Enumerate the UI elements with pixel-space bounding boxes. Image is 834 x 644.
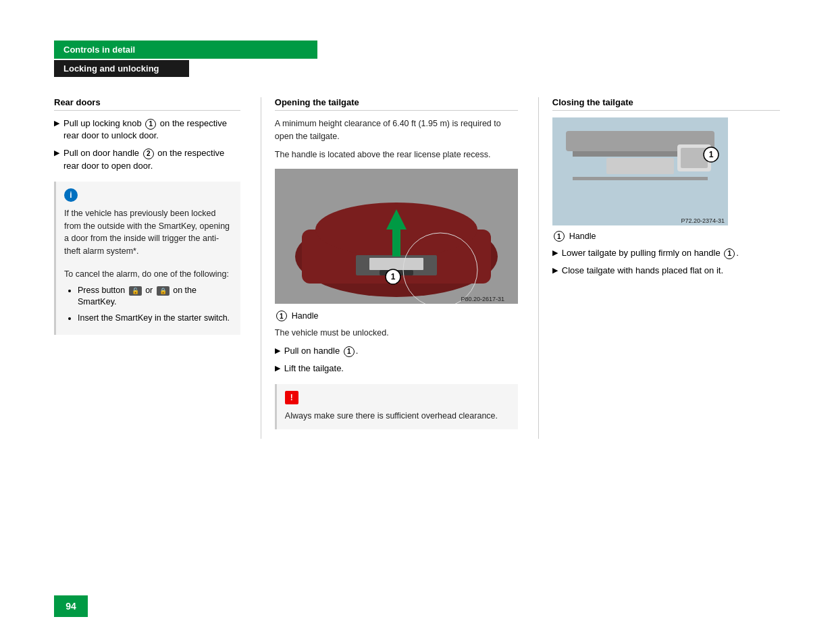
- circle-2: 2: [143, 149, 154, 159]
- tailgate-open-image: 1 P80.20-2617-31: [275, 169, 518, 304]
- arrow-icon: ▶: [275, 363, 280, 373]
- svg-rect-17: [573, 177, 708, 180]
- svg-rect-19: [681, 148, 708, 168]
- vehicle-unlocked-text: The vehicle must be unlocked.: [275, 327, 518, 340]
- page-number: 94: [54, 595, 88, 617]
- item-text: Pull on handle 1.: [284, 345, 359, 357]
- arrow-icon: ▶: [275, 346, 280, 356]
- cancel-item: Press button 🔓 or 🔒 on the SmartKey.: [78, 285, 232, 308]
- locking-bar: Locking and unlocking: [54, 60, 189, 77]
- rear-doors-list: ▶ Pull up locking knob 1 on the respecti…: [54, 117, 240, 172]
- opening-steps-list: ▶ Pull on handle 1. ▶ Lift the tailgate.: [275, 345, 518, 375]
- circle-1: 1: [554, 231, 565, 242]
- closing-tailgate-heading: Closing the tailgate: [552, 97, 780, 111]
- info-box: i If the vehicle has previously been loc…: [54, 182, 240, 335]
- header-section: Controls in detail Locking and unlocking: [54, 41, 780, 77]
- cancel-item: Insert the SmartKey in the starter switc…: [78, 313, 232, 325]
- col-right: Closing the tailgate 1 P7: [538, 97, 780, 439]
- item-text: Pull on door handle 2 on the respective …: [63, 147, 240, 171]
- handle-location-text: The handle is located above the rear lic…: [275, 149, 518, 161]
- arrow-icon: ▶: [552, 265, 558, 275]
- svg-text:P72.20-2374-31: P72.20-2374-31: [681, 217, 725, 224]
- clearance-text: A minimum height clearance of 6.40 ft (1…: [275, 117, 518, 143]
- page-container: Controls in detail Locking and unlocking…: [0, 0, 834, 479]
- list-item: ▶ Lift the tailgate.: [275, 363, 518, 375]
- list-item: ▶ Close tailgate with hands placed flat …: [552, 265, 780, 277]
- handle-label-middle: 1 Handle: [275, 311, 518, 321]
- list-item: ▶ Pull up locking knob 1 on the respecti…: [54, 117, 240, 142]
- list-item: ▶ Pull on door handle 2 on the respectiv…: [54, 147, 240, 171]
- svg-rect-16: [606, 158, 674, 174]
- arrow-icon: ▶: [54, 148, 59, 158]
- col-left: Rear doors ▶ Pull up locking knob 1 on t…: [54, 97, 261, 439]
- arrow-icon: ▶: [54, 118, 59, 128]
- list-item: ▶ Pull on handle 1.: [275, 345, 518, 357]
- circle-1: 1: [344, 346, 355, 357]
- item-text: Close tailgate with hands placed flat on…: [562, 265, 723, 277]
- svg-rect-5: [369, 258, 423, 270]
- rear-doors-heading: Rear doors: [54, 97, 240, 111]
- list-item: ▶ Lower tailgate by pulling firmly on ha…: [552, 247, 780, 259]
- opening-tailgate-heading: Opening the tailgate: [275, 97, 518, 111]
- svg-text:P80.20-2617-31: P80.20-2617-31: [461, 296, 504, 302]
- circle-1: 1: [276, 311, 287, 321]
- tailgate-close-image: 1 P72.20-2374-31: [552, 117, 728, 225]
- cancel-text: To cancel the alarm, do one of the follo…: [64, 268, 232, 281]
- item-text: Pull up locking knob 1 on the respective…: [63, 117, 240, 142]
- warning-text: Always make sure there is sufficient ove…: [285, 410, 510, 423]
- info-text: If the vehicle has previously been locke…: [64, 207, 232, 258]
- item-text: Lower tailgate by pulling firmly on hand…: [562, 247, 739, 259]
- svg-text:1: 1: [708, 150, 713, 159]
- svg-text:1: 1: [390, 272, 395, 281]
- warning-icon: !: [285, 391, 298, 404]
- info-icon: i: [64, 188, 78, 202]
- closing-steps-list: ▶ Lower tailgate by pulling firmly on ha…: [552, 247, 780, 277]
- controls-bar: Controls in detail: [54, 41, 317, 59]
- warning-box: ! Always make sure there is sufficient o…: [275, 384, 518, 429]
- circle-1: 1: [724, 248, 735, 259]
- content-columns: Rear doors ▶ Pull up locking knob 1 on t…: [54, 97, 780, 439]
- circle-1: 1: [145, 119, 156, 130]
- handle-text: Handle: [292, 311, 319, 321]
- arrow-icon: ▶: [552, 248, 558, 258]
- key-icon-2: 🔒: [157, 286, 170, 296]
- handle-label-right: 1 Handle: [552, 231, 780, 242]
- key-icon-1: 🔓: [129, 286, 142, 296]
- col-middle: Opening the tailgate A minimum height cl…: [261, 97, 538, 439]
- cancel-list: Press button 🔓 or 🔒 on the SmartKey. Ins…: [64, 285, 232, 325]
- handle-text: Handle: [569, 232, 596, 241]
- svg-rect-8: [392, 230, 400, 257]
- item-text: Lift the tailgate.: [284, 363, 344, 375]
